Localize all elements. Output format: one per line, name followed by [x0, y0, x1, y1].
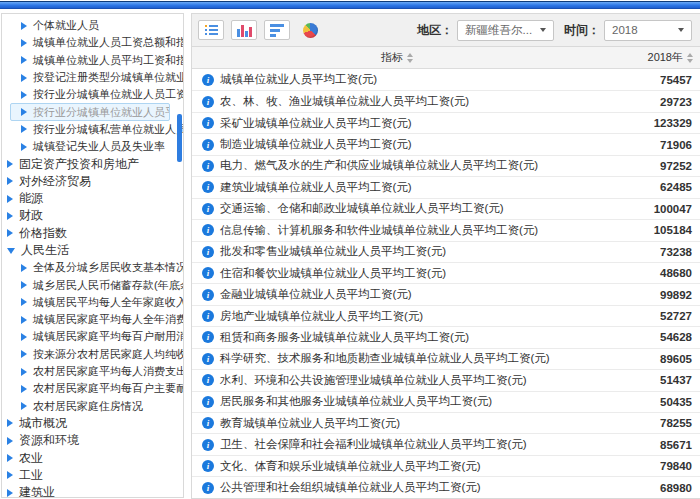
sidebar-item[interactable]: 城镇居民家庭平均每人全年消费性支出 [2, 311, 183, 328]
tree-expand-icon [7, 160, 13, 168]
sidebar-item-label: 城乡居民人民币储蓄存款(年底余额) [33, 278, 183, 293]
sidebar-item[interactable]: 农村居民家庭平均每百户主要耐用消费品拥有量 [2, 380, 183, 397]
table-row[interactable]: i金融业城镇单位就业人员平均工资(元)99892 [192, 283, 700, 304]
info-icon[interactable]: i [202, 267, 214, 279]
table-row[interactable]: i教育城镇单位就业人员平均工资(元)78255 [192, 412, 700, 433]
column-header-indicator[interactable]: 指标 [192, 50, 602, 65]
table-row[interactable]: i制造业城镇单位就业人员平均工资(元)71906 [192, 133, 700, 154]
sidebar-item[interactable]: 城镇登记失业人员及失业率 [2, 138, 183, 155]
sidebar-item[interactable]: 农村居民家庭平均每人消费支出 [2, 363, 183, 380]
sidebar-item[interactable]: 工业 [2, 467, 183, 484]
column-header-year[interactable]: 2018年 [602, 50, 700, 65]
table-row[interactable]: i交通运输、仓储和邮政业城镇单位就业人员平均工资(元)100047 [192, 198, 700, 219]
info-icon[interactable]: i [202, 310, 214, 322]
info-icon[interactable]: i [202, 117, 214, 129]
indicator-value: 48680 [610, 267, 700, 279]
indicator-cell: i文化、体育和娱乐业城镇单位就业人员平均工资(元) [192, 459, 610, 474]
table-row[interactable]: i建筑业城镇单位就业人员平均工资(元)62485 [192, 176, 700, 197]
sidebar-item[interactable]: 按行业分城镇单位就业人员平均工资 [10, 103, 170, 120]
tree-expand-icon [21, 281, 27, 289]
sidebar-item[interactable]: 固定资产投资和房地产 [2, 155, 183, 172]
info-icon[interactable]: i [202, 439, 214, 451]
table-row[interactable]: i房地产业城镇单位就业人员平均工资(元)52727 [192, 305, 700, 326]
info-icon[interactable]: i [202, 203, 214, 215]
info-icon[interactable]: i [202, 74, 214, 86]
indicator-cell: i农、林、牧、渔业城镇单位就业人员平均工资(元) [192, 94, 610, 109]
info-icon[interactable]: i [202, 353, 214, 365]
tree-expand-icon [21, 316, 27, 324]
sidebar-item[interactable]: 农业 [2, 449, 183, 466]
sidebar-item-label: 价格指数 [19, 225, 67, 242]
sidebar-item[interactable]: 城乡居民人民币储蓄存款(年底余额) [2, 276, 183, 293]
table-row[interactable]: i公共管理和社会组织城镇单位就业人员平均工资(元)68980 [192, 476, 700, 497]
info-icon[interactable]: i [202, 331, 214, 343]
tree-expand-icon [7, 454, 13, 462]
table-row[interactable]: i电力、燃气及水的生产和供应业城镇单位就业人员平均工资(元)97252 [192, 155, 700, 176]
table-row[interactable]: i科学研究、技术服务和地质勘查业城镇单位就业人员平均工资(元)89605 [192, 348, 700, 369]
sidebar-item[interactable]: 城镇单位就业人员平均工资和指数 [2, 52, 183, 69]
sidebar-item[interactable]: 城镇居民家庭平均每百户耐用消费品拥有量 [2, 328, 183, 345]
indicator-label: 卫生、社会保障和社会福利业城镇单位就业人员平均工资(元) [220, 437, 527, 452]
info-icon[interactable]: i [202, 246, 214, 258]
table-row[interactable]: i批发和零售业城镇单位就业人员平均工资(元)73238 [192, 241, 700, 262]
table-row[interactable]: i水利、环境和公共设施管理业城镇单位就业人员平均工资(元)51437 [192, 369, 700, 390]
sidebar-scrollbar-thumb[interactable] [177, 114, 182, 162]
column-chart-view-button[interactable] [231, 20, 257, 40]
sidebar-item[interactable]: 对外经济贸易 [2, 173, 183, 190]
tree-expand-icon [21, 333, 27, 341]
info-icon[interactable]: i [202, 396, 214, 408]
indicator-value: 50435 [610, 396, 700, 408]
indicator-value: 62485 [610, 181, 700, 193]
table-row[interactable]: i城镇单位就业人员平均工资(元)75457 [192, 69, 700, 90]
info-icon[interactable]: i [202, 139, 214, 151]
sidebar-item[interactable]: 能源 [2, 190, 183, 207]
sidebar-item[interactable]: 全体及分城乡居民收支基本情况(新口径) [2, 259, 183, 276]
info-icon[interactable]: i [202, 181, 214, 193]
bar-chart-view-button[interactable] [264, 20, 290, 40]
table-row[interactable]: i采矿业城镇单位就业人员平均工资(元)123329 [192, 112, 700, 133]
indicator-label: 文化、体育和娱乐业城镇单位就业人员平均工资(元) [220, 459, 481, 474]
sidebar-item[interactable]: 农村居民家庭住房情况 [2, 398, 183, 415]
sidebar-item[interactable]: 城市概况 [2, 415, 183, 432]
sidebar-item[interactable]: 人民生活 [2, 242, 183, 259]
sidebar-item[interactable]: 城镇单位就业人员工资总额和指数 [2, 34, 183, 51]
info-icon[interactable]: i [202, 417, 214, 429]
info-icon[interactable]: i [202, 224, 214, 236]
sidebar-item[interactable]: 城镇居民平均每人全年家庭收入来源 [2, 294, 183, 311]
sidebar-item[interactable]: 按行业分城镇私营单位就业人员平均工资 [2, 121, 183, 138]
pie-chart-view-button[interactable] [297, 20, 323, 40]
sidebar-item[interactable]: 按登记注册类型分城镇单位就业人员平均工资 [2, 69, 183, 86]
info-icon[interactable]: i [202, 96, 214, 108]
table-row[interactable]: i卫生、社会保障和社会福利业城镇单位就业人员平均工资(元)85671 [192, 433, 700, 454]
tree-expand-icon [21, 39, 27, 47]
column-header-label: 指标 [381, 50, 403, 65]
sidebar-item[interactable]: 价格指数 [2, 225, 183, 242]
table-row[interactable]: i文化、体育和娱乐业城镇单位就业人员平均工资(元)79840 [192, 455, 700, 476]
region-select[interactable]: 新疆维吾尔... [457, 20, 554, 41]
top-scrollbar[interactable] [0, 1, 700, 9]
table-row[interactable]: i信息传输、计算机服务和软件业城镇单位就业人员平均工资(元)105184 [192, 219, 700, 240]
sidebar-item[interactable]: 按来源分农村居民家庭人均纯收入 [2, 346, 183, 363]
table-row[interactable]: i住宿和餐饮业城镇单位就业人员平均工资(元)48680 [192, 262, 700, 283]
info-icon[interactable]: i [202, 289, 214, 301]
sidebar-item[interactable]: 资源和环境 [2, 432, 183, 449]
indicator-label: 农、林、牧、渔业城镇单位就业人员平均工资(元) [220, 94, 469, 109]
chevron-down-icon [540, 28, 546, 32]
sidebar-item[interactable]: 个体就业人员 [2, 17, 183, 34]
table-row[interactable]: i租赁和商务服务业城镇单位就业人员平均工资(元)54628 [192, 326, 700, 347]
sidebar-item[interactable]: 建筑业 [2, 484, 183, 498]
tree-expand-icon [7, 471, 13, 479]
info-icon[interactable]: i [202, 160, 214, 172]
table-row[interactable]: i农、林、牧、渔业城镇单位就业人员平均工资(元)29723 [192, 90, 700, 111]
sidebar-item-label: 固定资产投资和房地产 [19, 156, 139, 173]
info-icon[interactable]: i [202, 482, 214, 494]
bar-chart-icon [270, 24, 284, 37]
info-icon[interactable]: i [202, 374, 214, 386]
tree-expand-icon [21, 91, 27, 99]
table-row[interactable]: i居民服务和其他服务业城镇单位就业人员平均工资(元)50435 [192, 391, 700, 412]
time-select[interactable]: 2018 [604, 20, 692, 41]
list-view-button[interactable] [198, 20, 224, 40]
sidebar-item[interactable]: 按行业分城镇单位就业人员工资总额 [2, 86, 183, 103]
sidebar-item[interactable]: 财政 [2, 207, 183, 224]
info-icon[interactable]: i [202, 460, 214, 472]
